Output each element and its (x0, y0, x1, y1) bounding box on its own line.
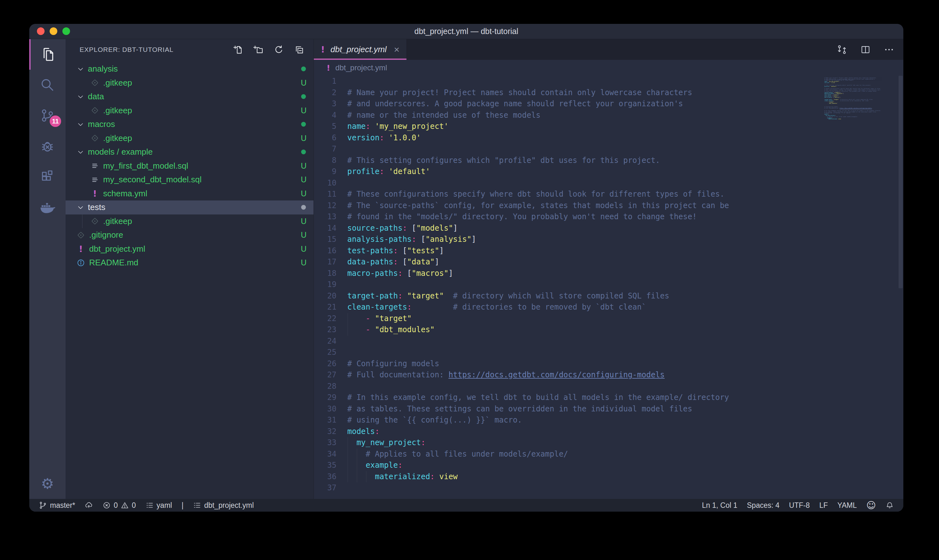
new-file-button[interactable] (232, 44, 244, 56)
sql-file-icon (91, 175, 99, 184)
activity-item-docker[interactable] (29, 192, 66, 222)
tree-item-readme.md[interactable]: README.mdU (66, 256, 314, 270)
tree-item-tests[interactable]: tests (66, 200, 314, 214)
line-number: 3 (314, 98, 347, 110)
titlebar[interactable]: dbt_project.yml — dbt-tutorial (29, 24, 904, 39)
line-number: 32 (314, 426, 347, 437)
line-number: 34 (314, 449, 347, 460)
explorer-sidebar: EXPLORER: DBT-TUTORIAL analysis.gitkeepU… (66, 39, 314, 499)
status-spaces-4[interactable]: Spaces: 4 (747, 501, 779, 510)
line-number: 12 (314, 200, 347, 212)
workbench: 11⚙ EXPLORER: DBT-TUTORIAL analysis.gitk… (29, 39, 904, 499)
code-line: 28 (314, 381, 904, 392)
code-line: 36 materialized: view (314, 471, 904, 483)
breadcrumb[interactable]: ! dbt_project.yml (314, 60, 904, 76)
status-dbt-project-yml[interactable]: dbt_project.yml (193, 501, 254, 510)
activity-item-settings-gear[interactable]: ⚙ (29, 468, 66, 499)
status-feedback-smiley[interactable]: ☺ (867, 501, 876, 510)
code-line: 3# and underscores. A good package name … (314, 98, 904, 110)
more-actions-button[interactable] (884, 44, 894, 55)
line-number: 19 (314, 279, 347, 291)
git-untracked-badge: U (301, 245, 306, 254)
docker-icon (40, 199, 55, 215)
git-file-icon (91, 134, 99, 143)
feedback-smiley-icon: ☺ (867, 501, 876, 510)
tree-item-.gitignore[interactable]: .gitignoreU (66, 228, 314, 242)
status-yaml[interactable]: YAML (837, 501, 857, 510)
tree-item-models-example[interactable]: models / example (66, 145, 314, 159)
tree-item-my-first-dbt-model.sql[interactable]: my_first_dbt_model.sqlU (66, 159, 314, 173)
status--[interactable]: | (182, 501, 183, 510)
activity-item-source-control[interactable]: 11 (29, 100, 66, 131)
status-lf[interactable]: LF (819, 501, 828, 510)
tree-item-label: tests (88, 202, 105, 212)
yaml-file-icon: ! (76, 245, 85, 253)
line-number: 6 (314, 132, 347, 144)
git-untracked-badge: U (301, 230, 306, 240)
line-number: 33 (314, 437, 347, 449)
status-left: master*00yaml|dbt_project.yml (39, 501, 254, 510)
code-line: 15analysis-paths: ["analysis"] (314, 234, 904, 245)
activity-item-debug[interactable] (29, 131, 66, 161)
line-number: 36 (314, 471, 347, 483)
activity-bar: 11⚙ (29, 39, 66, 499)
close-icon[interactable]: × (394, 44, 399, 55)
window-title: dbt_project.yml — dbt-tutorial (29, 24, 904, 39)
activity-item-files[interactable] (29, 39, 66, 70)
git-untracked-badge: U (301, 161, 306, 171)
more-actions-icon (884, 44, 894, 55)
status-master-[interactable]: master* (39, 501, 75, 510)
status-right: Ln 1, Col 1Spaces: 4UTF-8LFYAML☺ (702, 501, 894, 510)
outline-icon (193, 501, 201, 509)
bell-icon (885, 501, 894, 509)
activity-item-extensions[interactable] (29, 161, 66, 192)
status-sync[interactable] (85, 501, 93, 509)
collapse-all-button[interactable] (293, 44, 305, 56)
explorer-header: EXPLORER: DBT-TUTORIAL (66, 39, 314, 60)
status-yaml[interactable]: yaml (145, 501, 172, 510)
line-number: 14 (314, 223, 347, 234)
indent-guide (348, 471, 348, 483)
git-untracked-badge: U (301, 106, 306, 115)
tree-item-.gitkeep[interactable]: .gitkeepU (66, 131, 314, 145)
tree-item-my-second-dbt-model.sql[interactable]: my_second_dbt_model.sqlU (66, 173, 314, 187)
line-number: 22 (314, 313, 347, 325)
git-file-icon (91, 78, 99, 87)
new-folder-button[interactable] (252, 44, 265, 56)
refresh-button[interactable] (273, 44, 285, 56)
breadcrumb-label: dbt_project.yml (335, 63, 387, 72)
line-number: 13 (314, 211, 347, 223)
minimap[interactable]: # Name your project! Project names shoul… (824, 76, 881, 156)
code-area[interactable]: 12# Name your project! Project names sho… (314, 76, 904, 499)
code-line: 18macro-paths: ["macros"] (314, 268, 904, 279)
indent-guide (348, 460, 348, 471)
editor-scrollbar[interactable] (899, 76, 903, 288)
tree-item-.gitkeep[interactable]: .gitkeepU (66, 214, 314, 228)
split-editor-button[interactable] (860, 44, 871, 55)
code-line: 21clean-targets: # directories to be rem… (314, 302, 904, 313)
status-0[interactable]: 00 (103, 501, 136, 510)
explorer-actions (232, 44, 305, 56)
code-line: 4# name or the intended use of these mod… (314, 110, 904, 121)
tree-item-analysis[interactable]: analysis (66, 62, 314, 76)
git-file-icon (76, 231, 85, 240)
tree-item-schema.yml[interactable]: !schema.ymlU (66, 187, 314, 201)
tree-item-data[interactable]: data (66, 90, 314, 104)
indent-guide (348, 313, 348, 325)
status-utf-8[interactable]: UTF-8 (789, 501, 810, 510)
indent-guide (357, 471, 357, 483)
tree-item-.gitkeep[interactable]: .gitkeepU (66, 76, 314, 90)
tree-item-dbt-project.yml[interactable]: !dbt_project.ymlU (66, 242, 314, 256)
indent-guide (348, 449, 348, 460)
tab-dbt-project-yml[interactable]: ! dbt_project.yml × (314, 39, 407, 60)
tree-item-label: dbt_project.yml (89, 244, 145, 254)
code-line: 17data-paths: ["data"] (314, 257, 904, 268)
tree-item-macros[interactable]: macros (66, 117, 314, 131)
tree-item-.gitkeep[interactable]: .gitkeepU (66, 104, 314, 118)
refresh-icon (273, 44, 284, 55)
status-bell[interactable] (885, 501, 894, 509)
activity-item-search[interactable] (29, 70, 66, 100)
status-ln-1-col-1[interactable]: Ln 1, Col 1 (702, 501, 737, 510)
status-label: dbt_project.yml (204, 501, 254, 510)
compare-button[interactable] (836, 44, 847, 55)
